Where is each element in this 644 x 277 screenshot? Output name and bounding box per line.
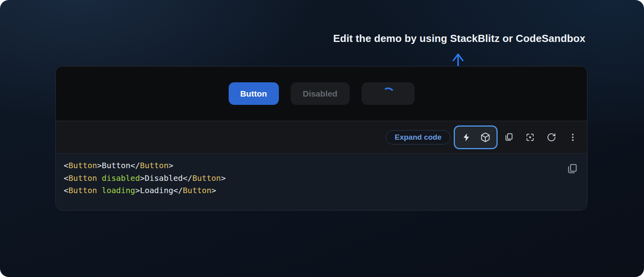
copy-demo-button[interactable] <box>500 129 517 146</box>
code-line: <Button loading>Loading</Button> <box>64 184 579 197</box>
demo-card: Button Disabled Expand code <box>55 66 587 211</box>
stackblitz-button[interactable] <box>458 129 474 146</box>
codesandbox-box-icon <box>480 132 491 142</box>
refresh-demo-button[interactable] <box>543 129 560 146</box>
more-vertical-icon <box>568 133 578 142</box>
refresh-icon <box>547 133 556 142</box>
focus-icon <box>525 133 535 142</box>
annotation-text: Edit the demo by using StackBlitz or Cod… <box>314 32 605 45</box>
copy-code-button[interactable] <box>564 161 580 177</box>
demo-toolbar: Expand code <box>56 121 587 154</box>
code-lines: <Button>Button</Button><Button disabled>… <box>64 159 579 197</box>
demo-button-disabled[interactable]: Disabled <box>291 82 350 105</box>
codesandbox-button[interactable] <box>477 129 493 146</box>
demo-button-primary[interactable]: Button <box>229 82 279 105</box>
expand-code-button[interactable]: Expand code <box>386 130 451 144</box>
focus-demo-button[interactable] <box>521 129 539 146</box>
stackblitz-bolt-icon <box>462 133 471 142</box>
page-background: Edit the demo by using StackBlitz or Cod… <box>0 0 644 277</box>
copy-icon <box>566 163 578 176</box>
spinner-icon <box>381 86 395 101</box>
code-line: <Button disabled>Disabled</Button> <box>64 172 579 185</box>
code-line: <Button>Button</Button> <box>64 159 579 172</box>
demo-preview: Button Disabled <box>56 66 587 121</box>
demo-button-loading[interactable] <box>362 82 415 105</box>
edit-actions-highlight <box>454 125 498 149</box>
more-actions-button[interactable] <box>564 129 581 146</box>
code-block: <Button>Button</Button><Button disabled>… <box>56 154 587 210</box>
copy-icon <box>504 133 513 142</box>
